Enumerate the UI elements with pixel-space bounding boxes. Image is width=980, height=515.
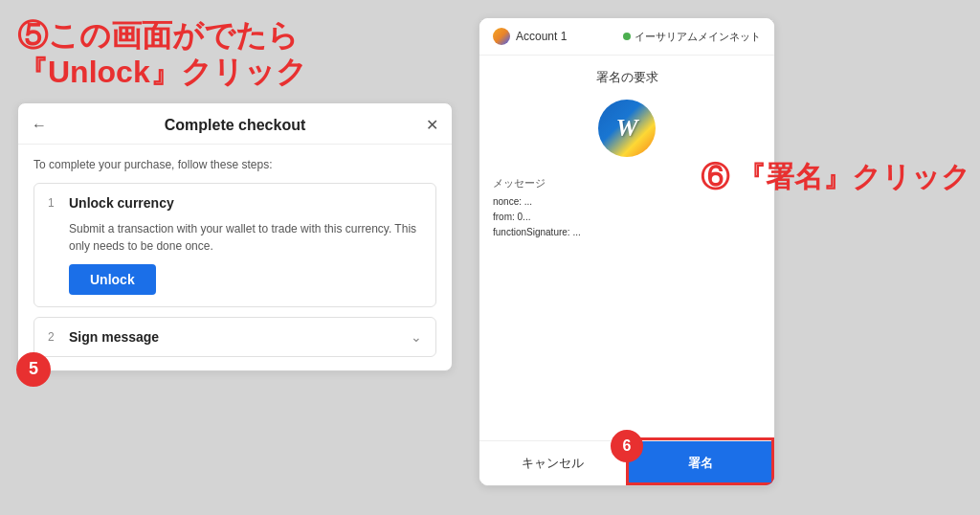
- w-logo: W: [598, 100, 656, 157]
- w-logo-letter: W: [615, 114, 637, 143]
- sign-button[interactable]: 署名: [628, 441, 775, 485]
- step1-content: Submit a transaction with your wallet to…: [48, 220, 422, 295]
- step1-row: 1 Unlock currency Submit a transaction w…: [33, 183, 436, 307]
- right-panel: Account 1 イーサリアムメインネット 署名の要求 W メッセージ non…: [469, 0, 980, 515]
- checkout-instruction: To complete your purchase, follow these …: [33, 158, 436, 171]
- step2-label: Sign message: [69, 329, 159, 345]
- left-panel: ⑤この画面がでたら 『Unlock』クリック 5 ← Complete chec…: [0, 0, 469, 515]
- badge-5-left: 5: [16, 352, 51, 387]
- sign-request-title: 署名の要求: [596, 69, 658, 86]
- checkout-card: 5 ← Complete checkout ✕ To complete your…: [17, 102, 453, 371]
- step2-row: 2 Sign message ⌄: [33, 317, 436, 357]
- step2-number: 2: [48, 330, 61, 344]
- metamask-network: イーサリアムメインネット: [623, 30, 761, 44]
- metamask-network-name: イーサリアムメインネット: [635, 30, 761, 44]
- metamask-body: 署名の要求 W メッセージ nonce: ... from: 0... func…: [479, 56, 774, 440]
- checkout-header: ← Complete checkout ✕: [18, 103, 452, 145]
- cancel-button[interactable]: キャンセル: [479, 441, 628, 485]
- step6-annotation: ⑥ 『署名』クリック: [701, 158, 970, 197]
- checkout-body: To complete your purchase, follow these …: [18, 145, 452, 370]
- checkout-back-button[interactable]: ←: [32, 117, 47, 134]
- message-line-3: functionSignature: ...: [493, 225, 761, 240]
- metamask-account-name: Account 1: [516, 30, 567, 43]
- step1-label: Unlock currency: [69, 195, 174, 211]
- step2-left: 2 Sign message: [48, 329, 159, 345]
- unlock-button[interactable]: Unlock: [69, 264, 156, 295]
- metamask-account: Account 1: [493, 28, 567, 45]
- message-line-2: from: 0...: [493, 210, 761, 225]
- step2-chevron: ⌄: [411, 329, 422, 345]
- badge-6: 6: [611, 430, 643, 462]
- step1-description: Submit a transaction with your wallet to…: [69, 220, 422, 255]
- metamask-card: Account 1 イーサリアムメインネット 署名の要求 W メッセージ non…: [479, 17, 775, 486]
- metamask-header: Account 1 イーサリアムメインネット: [479, 18, 774, 56]
- checkout-close-button[interactable]: ✕: [426, 116, 438, 134]
- main-container: ⑤この画面がでたら 『Unlock』クリック 5 ← Complete chec…: [0, 0, 980, 515]
- metamask-account-icon: [493, 28, 510, 45]
- step5-annotation: ⑤この画面がでたら 『Unlock』クリック: [17, 17, 307, 91]
- network-status-dot: [623, 33, 631, 40]
- step1-number: 1: [48, 196, 61, 210]
- step1-header: 1 Unlock currency: [48, 195, 422, 211]
- message-data: nonce: ... from: 0... functionSignature:…: [493, 194, 761, 240]
- checkout-title: Complete checkout: [165, 117, 306, 134]
